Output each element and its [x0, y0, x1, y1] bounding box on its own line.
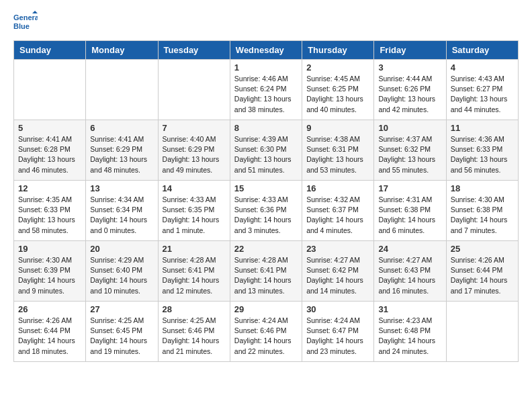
day-number: 28: [163, 304, 226, 314]
day-header-thursday: Thursday: [302, 41, 374, 60]
day-info: Sunrise: 4:30 AMSunset: 6:38 PMDaylight:…: [451, 195, 514, 236]
day-info: Sunrise: 4:34 AMSunset: 6:34 PMDaylight:…: [90, 195, 153, 236]
week-row-2: 5Sunrise: 4:41 AMSunset: 6:28 PMDaylight…: [14, 120, 519, 181]
day-info: Sunrise: 4:32 AMSunset: 6:37 PMDaylight:…: [306, 195, 369, 236]
calendar-cell: 28Sunrise: 4:25 AMSunset: 6:46 PMDayligh…: [158, 302, 230, 362]
calendar-cell: 18Sunrise: 4:30 AMSunset: 6:38 PMDayligh…: [446, 181, 518, 241]
day-header-friday: Friday: [374, 41, 446, 60]
day-info: Sunrise: 4:44 AMSunset: 6:26 PMDaylight:…: [378, 74, 441, 115]
day-number: 27: [90, 304, 153, 314]
day-info: Sunrise: 4:33 AMSunset: 6:36 PMDaylight:…: [234, 195, 298, 236]
day-number: 9: [306, 123, 369, 133]
day-info: Sunrise: 4:24 AMSunset: 6:46 PMDaylight:…: [234, 316, 298, 357]
calendar-cell: [14, 60, 86, 120]
calendar-header: SundayMondayTuesdayWednesdayThursdayFrid…: [14, 41, 519, 60]
day-info: Sunrise: 4:45 AMSunset: 6:25 PMDaylight:…: [306, 74, 369, 115]
calendar-cell: 19Sunrise: 4:30 AMSunset: 6:39 PMDayligh…: [14, 241, 86, 302]
day-info: Sunrise: 4:39 AMSunset: 6:30 PMDaylight:…: [234, 134, 298, 175]
day-info: Sunrise: 4:30 AMSunset: 6:39 PMDaylight:…: [18, 255, 81, 296]
day-number: 7: [163, 123, 226, 133]
calendar-cell: 25Sunrise: 4:26 AMSunset: 6:44 PMDayligh…: [446, 241, 518, 302]
calendar-cell: 30Sunrise: 4:24 AMSunset: 6:47 PMDayligh…: [302, 302, 374, 362]
day-number: 17: [378, 183, 441, 193]
day-number: 26: [18, 304, 81, 314]
calendar-cell: 10Sunrise: 4:37 AMSunset: 6:32 PMDayligh…: [374, 120, 446, 181]
day-number: 5: [18, 123, 81, 133]
day-info: Sunrise: 4:28 AMSunset: 6:41 PMDaylight:…: [234, 255, 298, 296]
calendar-cell: 29Sunrise: 4:24 AMSunset: 6:46 PMDayligh…: [230, 302, 302, 362]
logo-icon: General Blue: [13, 11, 38, 35]
calendar-cell: 7Sunrise: 4:40 AMSunset: 6:29 PMDaylight…: [158, 120, 230, 181]
day-info: Sunrise: 4:27 AMSunset: 6:43 PMDaylight:…: [378, 255, 441, 296]
calendar-cell: 24Sunrise: 4:27 AMSunset: 6:43 PMDayligh…: [374, 241, 446, 302]
week-row-4: 19Sunrise: 4:30 AMSunset: 6:39 PMDayligh…: [14, 241, 519, 302]
week-row-1: 1Sunrise: 4:46 AMSunset: 6:24 PMDaylight…: [14, 60, 519, 120]
day-number: 21: [163, 244, 226, 254]
day-number: 2: [306, 62, 369, 73]
page-header: General Blue: [0, 0, 532, 40]
day-number: 23: [306, 244, 369, 254]
day-info: Sunrise: 4:37 AMSunset: 6:32 PMDaylight:…: [378, 134, 441, 175]
day-info: Sunrise: 4:28 AMSunset: 6:41 PMDaylight:…: [163, 255, 226, 296]
day-info: Sunrise: 4:25 AMSunset: 6:46 PMDaylight:…: [163, 316, 226, 357]
day-info: Sunrise: 4:27 AMSunset: 6:42 PMDaylight:…: [306, 255, 369, 296]
day-number: 3: [378, 62, 441, 73]
calendar-cell: 8Sunrise: 4:39 AMSunset: 6:30 PMDaylight…: [230, 120, 302, 181]
day-number: 24: [378, 244, 441, 254]
day-info: Sunrise: 4:36 AMSunset: 6:33 PMDaylight:…: [451, 134, 514, 175]
calendar-cell: 21Sunrise: 4:28 AMSunset: 6:41 PMDayligh…: [158, 241, 230, 302]
day-number: 4: [451, 62, 514, 73]
day-info: Sunrise: 4:24 AMSunset: 6:47 PMDaylight:…: [306, 316, 369, 357]
day-header-monday: Monday: [86, 41, 158, 60]
day-info: Sunrise: 4:46 AMSunset: 6:24 PMDaylight:…: [234, 74, 298, 115]
calendar-cell: 6Sunrise: 4:41 AMSunset: 6:29 PMDaylight…: [86, 120, 158, 181]
day-header-row: SundayMondayTuesdayWednesdayThursdayFrid…: [14, 41, 519, 60]
day-number: 14: [163, 183, 226, 193]
day-info: Sunrise: 4:41 AMSunset: 6:29 PMDaylight:…: [90, 134, 153, 175]
svg-text:General: General: [13, 13, 38, 21]
calendar-cell: [86, 60, 158, 120]
day-info: Sunrise: 4:23 AMSunset: 6:48 PMDaylight:…: [378, 316, 441, 357]
calendar-cell: [446, 302, 518, 362]
calendar-cell: 11Sunrise: 4:36 AMSunset: 6:33 PMDayligh…: [446, 120, 518, 181]
calendar-cell: 5Sunrise: 4:41 AMSunset: 6:28 PMDaylight…: [14, 120, 86, 181]
day-info: Sunrise: 4:35 AMSunset: 6:33 PMDaylight:…: [18, 195, 81, 236]
day-number: 19: [18, 244, 81, 254]
day-info: Sunrise: 4:33 AMSunset: 6:35 PMDaylight:…: [163, 195, 226, 236]
calendar-cell: 12Sunrise: 4:35 AMSunset: 6:33 PMDayligh…: [14, 181, 86, 241]
calendar-cell: 16Sunrise: 4:32 AMSunset: 6:37 PMDayligh…: [302, 181, 374, 241]
day-info: Sunrise: 4:29 AMSunset: 6:40 PMDaylight:…: [90, 255, 153, 296]
calendar-cell: 9Sunrise: 4:38 AMSunset: 6:31 PMDaylight…: [302, 120, 374, 181]
day-number: 29: [234, 304, 298, 314]
day-info: Sunrise: 4:41 AMSunset: 6:28 PMDaylight:…: [18, 134, 81, 175]
day-number: 6: [90, 123, 153, 133]
calendar-cell: 1Sunrise: 4:46 AMSunset: 6:24 PMDaylight…: [230, 60, 302, 120]
day-number: 10: [378, 123, 441, 133]
day-header-tuesday: Tuesday: [158, 41, 230, 60]
calendar-cell: 15Sunrise: 4:33 AMSunset: 6:36 PMDayligh…: [230, 181, 302, 241]
calendar-table: SundayMondayTuesdayWednesdayThursdayFrid…: [13, 40, 519, 362]
day-number: 30: [306, 304, 369, 314]
week-row-3: 12Sunrise: 4:35 AMSunset: 6:33 PMDayligh…: [14, 181, 519, 241]
calendar-cell: 2Sunrise: 4:45 AMSunset: 6:25 PMDaylight…: [302, 60, 374, 120]
calendar-body: 1Sunrise: 4:46 AMSunset: 6:24 PMDaylight…: [14, 60, 519, 362]
day-header-sunday: Sunday: [14, 41, 86, 60]
svg-marker-2: [32, 11, 38, 13]
day-number: 13: [90, 183, 153, 193]
day-info: Sunrise: 4:38 AMSunset: 6:31 PMDaylight:…: [306, 134, 369, 175]
day-header-saturday: Saturday: [446, 41, 518, 60]
day-number: 18: [451, 183, 514, 193]
day-number: 22: [234, 244, 298, 254]
day-number: 20: [90, 244, 153, 254]
day-number: 11: [451, 123, 514, 133]
calendar-cell: 23Sunrise: 4:27 AMSunset: 6:42 PMDayligh…: [302, 241, 374, 302]
calendar-cell: 3Sunrise: 4:44 AMSunset: 6:26 PMDaylight…: [374, 60, 446, 120]
day-number: 31: [378, 304, 441, 314]
day-number: 25: [451, 244, 514, 254]
svg-text:Blue: Blue: [13, 22, 30, 30]
day-info: Sunrise: 4:26 AMSunset: 6:44 PMDaylight:…: [18, 316, 81, 357]
week-row-5: 26Sunrise: 4:26 AMSunset: 6:44 PMDayligh…: [14, 302, 519, 362]
day-info: Sunrise: 4:26 AMSunset: 6:44 PMDaylight:…: [451, 255, 514, 296]
day-info: Sunrise: 4:40 AMSunset: 6:29 PMDaylight:…: [163, 134, 226, 175]
day-info: Sunrise: 4:43 AMSunset: 6:27 PMDaylight:…: [451, 74, 514, 115]
